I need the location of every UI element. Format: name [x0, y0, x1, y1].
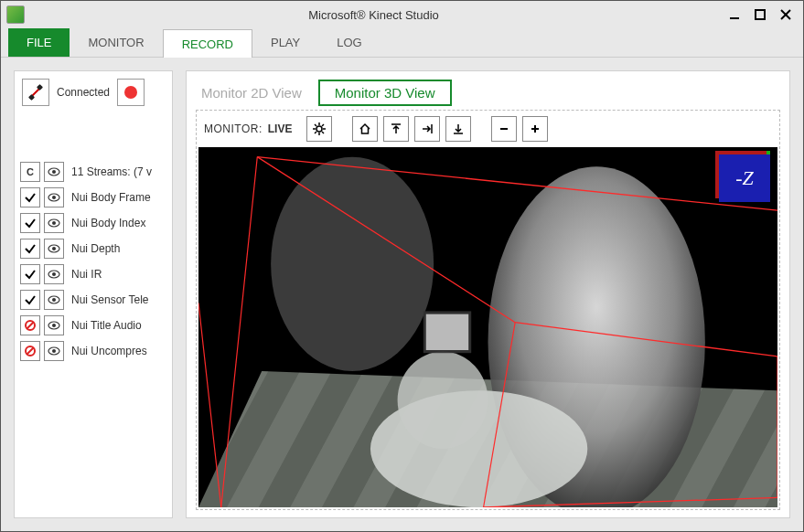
svg-point-22: [52, 324, 56, 327]
axis-indicator[interactable]: -Z: [719, 154, 770, 202]
view-side-button[interactable]: [414, 116, 440, 142]
stream-eye-button[interactable]: [44, 239, 64, 259]
close-button[interactable]: [777, 6, 794, 23]
sidebar: Connected C 11 Streams: (7 v Nui Body Fr…: [14, 70, 173, 518]
menu-record[interactable]: RECORD: [163, 29, 252, 58]
window-title: Microsoft® Kinect Studio: [30, 8, 717, 22]
stream-eye-button[interactable]: [44, 341, 64, 361]
stream-header-row: C 11 Streams: (7 v: [20, 159, 166, 185]
stream-eye-button[interactable]: [44, 213, 64, 233]
stream-check-button[interactable]: [20, 239, 40, 259]
arrow-right-bar-icon: [421, 122, 434, 135]
svg-point-27: [316, 126, 322, 132]
svg-line-20: [27, 323, 34, 329]
home-button[interactable]: [352, 116, 378, 142]
svg-line-32: [315, 124, 316, 126]
settings-button[interactable]: [306, 116, 332, 142]
svg-point-47: [271, 157, 434, 371]
stream-label: Nui IR: [68, 268, 166, 281]
menu-log[interactable]: LOG: [318, 28, 380, 57]
main-panel: Monitor 2D View Monitor 3D View MONITOR:…: [186, 70, 790, 518]
stream-row: Nui Uncompres: [20, 338, 166, 364]
gear-icon: [313, 122, 326, 135]
menu-monitor[interactable]: MONITOR: [70, 28, 162, 57]
stream-label: Nui Body Index: [68, 217, 166, 229]
connection-status-label: Connected: [57, 86, 110, 99]
viewport-3d[interactable]: -Z: [198, 147, 777, 507]
stream-eye-button[interactable]: [44, 264, 64, 284]
stream-row: Nui Depth: [20, 236, 166, 261]
view-front-button[interactable]: [445, 116, 471, 142]
stream-check-button[interactable]: [20, 213, 40, 233]
stream-label: Nui Title Audio: [68, 319, 166, 332]
header-eye-button[interactable]: [44, 162, 64, 182]
monitor-toolbar: MONITOR: LIVE: [197, 111, 779, 147]
svg-point-14: [52, 247, 56, 250]
stream-header-label: 11 Streams: (7 v: [68, 165, 166, 178]
svg-rect-1: [756, 10, 765, 19]
stream-disabled-button[interactable]: [20, 315, 40, 335]
stream-list: C 11 Streams: (7 v Nui Body FrameNui Bod…: [15, 159, 172, 364]
svg-point-8: [52, 170, 56, 174]
tab-monitor-3d[interactable]: Monitor 3D View: [318, 80, 452, 106]
svg-point-12: [52, 221, 56, 225]
svg-line-33: [322, 132, 324, 133]
svg-point-18: [52, 298, 56, 302]
stream-row: Nui Body Index: [20, 210, 166, 236]
record-button[interactable]: [117, 79, 145, 106]
stream-eye-button[interactable]: [44, 290, 64, 310]
menu-file[interactable]: FILE: [8, 28, 70, 57]
record-icon: [124, 86, 137, 99]
home-icon: [359, 122, 371, 135]
svg-line-24: [27, 348, 34, 355]
menubar: FILE MONITOR RECORD PLAY LOG: [1, 28, 803, 58]
monitor-area: MONITOR: LIVE: [196, 110, 780, 510]
svg-rect-50: [424, 313, 469, 352]
view-tabs: Monitor 2D View Monitor 3D View: [196, 79, 780, 110]
stream-label: Nui Depth: [68, 242, 166, 255]
svg-point-16: [52, 272, 56, 276]
tab-monitor-2d[interactable]: Monitor 2D View: [201, 85, 302, 101]
stream-eye-button[interactable]: [44, 187, 64, 207]
view-top-button[interactable]: [383, 116, 409, 142]
svg-point-49: [398, 352, 488, 449]
stream-label: Nui Sensor Tele: [68, 293, 166, 306]
menu-play[interactable]: PLAY: [252, 28, 318, 57]
stream-disabled-button[interactable]: [20, 341, 40, 361]
stream-check-button[interactable]: [20, 264, 40, 284]
stream-check-button[interactable]: [20, 290, 40, 310]
titlebar: Microsoft® Kinect Studio: [1, 1, 803, 28]
svg-point-26: [52, 349, 56, 353]
stream-label: Nui Uncompres: [68, 345, 166, 357]
monitor-label: MONITOR:: [204, 122, 263, 135]
connection-icon[interactable]: [22, 79, 49, 106]
maximize-button[interactable]: [752, 6, 768, 23]
minus-icon: [498, 122, 510, 135]
svg-line-34: [322, 124, 324, 126]
stream-row: Nui Title Audio: [20, 313, 166, 338]
stream-eye-button[interactable]: [44, 315, 64, 335]
stream-row: Nui Body Frame: [20, 185, 166, 210]
arrow-up-bar-icon: [390, 122, 402, 135]
svg-line-35: [315, 132, 316, 133]
plus-icon: [529, 122, 541, 135]
header-c-button[interactable]: C: [20, 162, 40, 182]
stream-check-button[interactable]: [20, 187, 40, 207]
app-icon: [6, 5, 25, 24]
stream-row: Nui Sensor Tele: [20, 287, 166, 313]
svg-point-10: [52, 196, 56, 199]
stream-label: Nui Body Frame: [68, 191, 166, 204]
minimize-button[interactable]: [726, 6, 743, 23]
stream-row: Nui IR: [20, 261, 166, 287]
zoom-in-button[interactable]: [522, 116, 548, 142]
monitor-value: LIVE: [268, 122, 293, 135]
zoom-out-button[interactable]: [491, 116, 517, 142]
arrow-down-bar-icon: [452, 122, 465, 135]
